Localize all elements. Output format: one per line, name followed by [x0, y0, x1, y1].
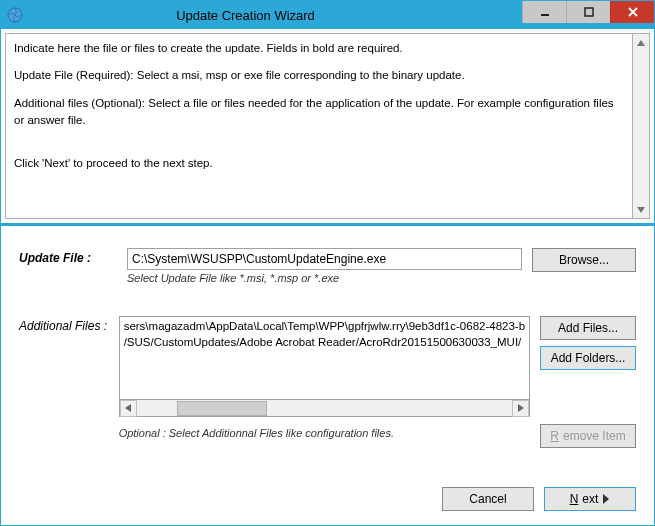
info-pane: Indicate here the file or files to creat… [5, 33, 633, 219]
horizontal-scrollbar[interactable] [119, 400, 530, 417]
minimize-icon [540, 7, 550, 17]
scroll-thumb[interactable] [177, 401, 267, 416]
info-text: Update File (Required): Select a msi, ms… [14, 67, 624, 84]
cancel-button[interactable]: Cancel [442, 487, 534, 511]
update-file-input[interactable] [127, 248, 522, 270]
window-controls [522, 1, 654, 29]
list-item[interactable]: sers\magazadm\AppData\Local\Temp\WPP\gpf… [124, 319, 525, 335]
footer-buttons: Cancel Next [1, 479, 654, 525]
update-file-hint: Select Update File like *.msi, *.msp or … [127, 272, 522, 284]
next-button[interactable]: Next [544, 487, 636, 511]
maximize-icon [584, 7, 594, 17]
scroll-down-icon[interactable] [633, 201, 649, 218]
additional-files-list[interactable]: sers\magazadm\AppData\Local\Temp\WPP\gpf… [119, 316, 530, 400]
svg-rect-2 [585, 8, 593, 16]
scroll-up-icon[interactable] [633, 34, 649, 51]
info-scrollbar[interactable] [633, 33, 650, 219]
additional-files-label: Additional Files : [19, 316, 119, 333]
close-icon [628, 7, 638, 17]
maximize-button[interactable] [566, 1, 610, 23]
add-folders-button[interactable]: Add Folders... [540, 346, 636, 370]
info-text: Click 'Next' to proceed to the next step… [14, 155, 624, 172]
svg-rect-1 [541, 14, 549, 16]
info-section: Indicate here the file or files to creat… [1, 29, 654, 226]
update-file-label: Update File : [19, 248, 127, 265]
additional-files-row: Additional Files : sers\magazadm\AppData… [19, 316, 636, 448]
chevron-right-icon [602, 494, 610, 504]
next-label-rest: ext [582, 492, 598, 506]
titlebar: Update Creation Wizard [1, 1, 654, 29]
app-icon [7, 7, 23, 23]
scroll-right-icon[interactable] [512, 400, 529, 417]
scroll-track[interactable] [633, 51, 649, 201]
next-label-letter: N [570, 492, 579, 506]
remove-item-button[interactable]: Remove Item [540, 424, 636, 448]
update-file-row: Update File : Select Update File like *.… [19, 248, 636, 284]
scroll-left-icon[interactable] [120, 400, 137, 417]
form-area: Update File : Select Update File like *.… [1, 226, 654, 479]
browse-button[interactable]: Browse... [532, 248, 636, 272]
window-title: Update Creation Wizard [29, 8, 522, 23]
close-button[interactable] [610, 1, 654, 23]
wizard-window: Update Creation Wizard Indicate here the… [0, 0, 655, 526]
additional-files-hint: Optional : Select Additionnal Files like… [119, 427, 530, 439]
list-item[interactable]: /SUS/CustomUpdates/Adobe Acrobat Reader/… [124, 335, 525, 351]
minimize-button[interactable] [522, 1, 566, 23]
add-files-button[interactable]: Add Files... [540, 316, 636, 340]
info-text: Additional files (Optional): Select a fi… [14, 95, 624, 130]
info-text: Indicate here the file or files to creat… [14, 40, 624, 57]
